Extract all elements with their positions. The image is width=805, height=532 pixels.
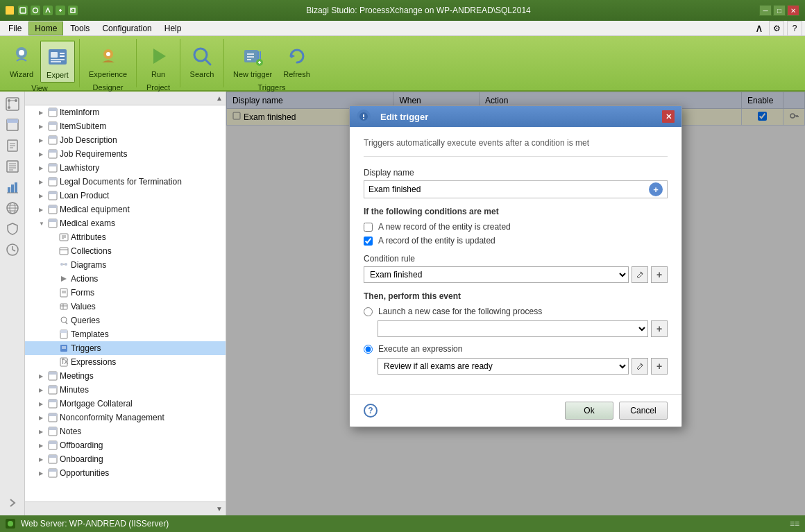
condition-rule-edit-btn[interactable] <box>632 266 648 283</box>
new-trigger-button[interactable]: New trigger <box>228 40 277 82</box>
minimize-button[interactable]: ─ <box>759 5 772 16</box>
left-icon-process[interactable] <box>3 94 22 114</box>
expand-icon[interactable]: ▶ <box>39 137 46 144</box>
event2-radio[interactable] <box>364 345 373 354</box>
maximize-button[interactable]: □ <box>773 5 786 16</box>
tree-item-queries[interactable]: Queries <box>25 314 226 327</box>
tree-item-itemsubitem[interactable]: ▶ ItemSubitem <box>25 119 226 133</box>
left-icon-entity[interactable] <box>3 115 22 135</box>
wizard-label: Wizard <box>10 70 33 78</box>
expand-icon[interactable]: ▶ <box>39 415 46 421</box>
expand-icon[interactable]: ▶ <box>39 151 46 157</box>
close-button[interactable]: ✕ <box>787 5 799 16</box>
tree-item-iteminfom[interactable]: ▶ ItemInform <box>25 105 226 119</box>
left-icon-globe[interactable] <box>3 198 22 218</box>
expand-icon[interactable]: ▶ <box>39 179 46 185</box>
condition2-checkbox[interactable] <box>364 237 373 246</box>
tree-item-values[interactable]: Values <box>25 300 226 314</box>
tree-scroll[interactable]: ▶ ItemInform ▶ ItemSubitem ▶ Job Descrip… <box>25 105 226 501</box>
tree-item-actions[interactable]: Actions <box>25 272 226 286</box>
wizard-button[interactable]: Wizard <box>4 40 39 82</box>
settings-icon[interactable]: ⚙ <box>769 21 784 36</box>
entity-icon <box>48 440 58 450</box>
left-icon-shield[interactable] <box>3 219 22 239</box>
event1-label[interactable]: Launch a new case for the following proc… <box>378 307 542 316</box>
modal-close-button[interactable]: ✕ <box>662 110 675 123</box>
svg-rect-112 <box>49 455 57 458</box>
tree-item-templates[interactable]: Templates <box>25 327 226 341</box>
expand-icon[interactable]: ▶ <box>39 429 46 435</box>
left-icon-expand[interactable] <box>3 493 22 513</box>
expand-icon[interactable]: ▶ <box>39 443 46 449</box>
tree-item-expressions[interactable]: fx Expressions <box>25 355 226 369</box>
tree-item-lawhistory[interactable]: ▶ Lawhistory <box>25 161 226 175</box>
tree-scroll-up[interactable]: ▲ <box>216 94 223 102</box>
tree-item-offboarding[interactable]: ▶ Offboarding <box>25 438 226 452</box>
expression-select[interactable]: Review if all exams are ready <box>378 358 629 375</box>
expand-icon[interactable]: ▶ <box>39 387 46 393</box>
condition1-label[interactable]: A new record of the entity is created <box>378 222 511 232</box>
left-icon-clock[interactable] <box>3 240 22 259</box>
tree-item-legal-docs[interactable]: ▶ Legal Documents for Termination <box>25 175 226 189</box>
experience-button[interactable]: Experience <box>84 40 132 82</box>
ok-button[interactable]: Ok <box>565 402 613 420</box>
process-add-btn[interactable]: + <box>651 320 668 337</box>
expand-icon[interactable]: ▶ <box>39 373 46 379</box>
tree-item-notes[interactable]: ▶ Notes <box>25 424 226 438</box>
process-select[interactable] <box>378 320 648 337</box>
menu-tools[interactable]: Tools <box>65 22 95 35</box>
help-icon[interactable]: ? <box>787 21 802 36</box>
refresh-button[interactable]: Refresh <box>278 40 315 82</box>
window-controls[interactable]: ─ □ ✕ <box>759 5 799 16</box>
display-name-add-btn[interactable]: + <box>649 182 663 196</box>
condition-rule-add-btn[interactable]: + <box>651 266 668 283</box>
tree-item-attributes[interactable]: Attributes <box>25 230 226 244</box>
tree-item-onboarding[interactable]: ▶ Onboarding <box>25 452 226 466</box>
tree-item-medical-exams[interactable]: ▼ Medical exams <box>25 216 226 230</box>
cancel-button[interactable]: Cancel <box>619 402 668 420</box>
tree-item-mortgage-collateral[interactable]: ▶ Mortgage Collateral <box>25 397 226 411</box>
nav-up-icon[interactable]: ∧ <box>751 22 768 35</box>
expand-icon[interactable]: ▶ <box>39 123 46 130</box>
expand-icon[interactable]: ▶ <box>39 456 46 463</box>
tree-item-job-requirements[interactable]: ▶ Job Requirements <box>25 147 226 161</box>
run-button[interactable]: Run <box>141 40 176 82</box>
left-icon-rules[interactable] <box>3 157 22 176</box>
event1-radio[interactable] <box>364 307 373 316</box>
tree-item-forms[interactable]: Forms <box>25 286 226 300</box>
tree-item-meetings[interactable]: ▶ Meetings <box>25 369 226 383</box>
tree-item-collections[interactable]: Collections <box>25 244 226 258</box>
expand-icon[interactable]: ▶ <box>39 401 46 407</box>
expert-button[interactable]: Expert <box>40 40 75 83</box>
expand-icon[interactable]: ▼ <box>39 221 46 227</box>
expand-icon[interactable]: ▶ <box>39 165 46 171</box>
search-button[interactable]: Search <box>185 40 219 82</box>
left-icon-stats[interactable] <box>3 178 22 197</box>
condition1-checkbox[interactable] <box>364 223 373 232</box>
tree-item-opportunities[interactable]: ▶ Opportunities <box>25 466 226 480</box>
condition2-label[interactable]: A record of the entity is updated <box>378 236 495 246</box>
help-button[interactable]: ? <box>364 404 378 418</box>
tree-item-triggers[interactable]: Triggers <box>25 341 226 355</box>
expression-add-btn[interactable]: + <box>651 358 668 375</box>
tree-item-loan-product[interactable]: ▶ Loan Product <box>25 189 226 203</box>
expand-icon[interactable]: ▶ <box>39 110 46 116</box>
condition-rule-select[interactable]: Exam finished <box>364 266 629 283</box>
menu-file[interactable]: File <box>3 22 27 35</box>
expand-icon[interactable]: ▶ <box>39 207 46 213</box>
expression-edit-btn[interactable] <box>632 358 648 375</box>
menu-configuration[interactable]: Configuration <box>96 22 157 35</box>
left-icon-forms[interactable] <box>3 136 22 155</box>
expand-icon[interactable]: ▶ <box>39 470 46 477</box>
expand-icon[interactable]: ▶ <box>39 193 46 199</box>
menu-help[interactable]: Help <box>159 22 187 35</box>
tree-item-medical-equipment[interactable]: ▶ Medical equipment <box>25 203 226 216</box>
tree-item-minutes[interactable]: ▶ Minutes <box>25 383 226 397</box>
tree-label: Offboarding <box>60 440 103 450</box>
tree-scroll-down[interactable]: ▼ <box>216 505 223 513</box>
tree-item-diagrams[interactable]: Diagrams <box>25 258 226 272</box>
menu-home[interactable]: Home <box>28 22 63 35</box>
tree-item-nonconformity[interactable]: ▶ Nonconformity Management <box>25 411 226 424</box>
event2-label[interactable]: Execute an expression <box>378 344 462 354</box>
tree-item-job-description[interactable]: ▶ Job Description <box>25 133 226 147</box>
